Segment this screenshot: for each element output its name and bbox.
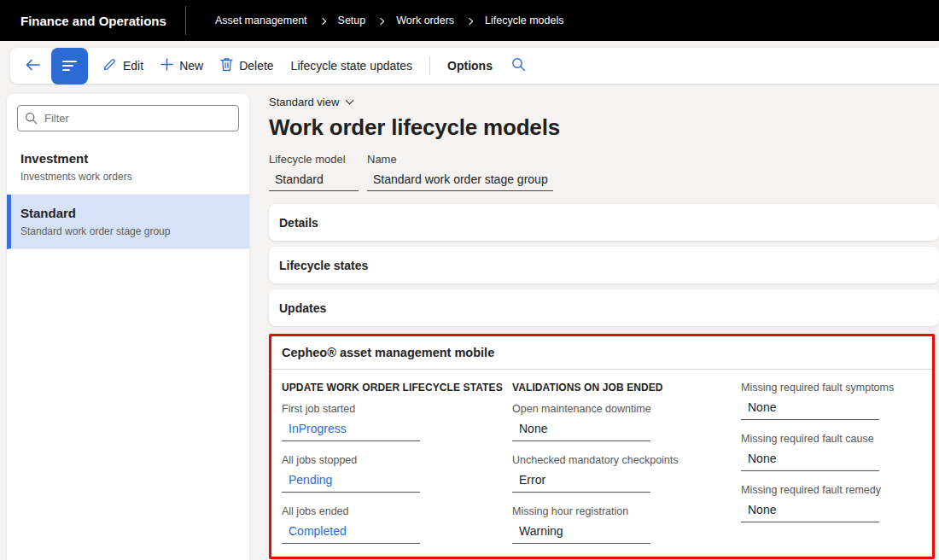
- lifecycle-model-field: Lifecycle model Standard: [269, 153, 359, 191]
- section-lifecycle-states-label: Lifecycle states: [279, 259, 368, 272]
- name-field: Name Standard work order stage group: [367, 153, 553, 191]
- first-job-started-label: First job started: [282, 403, 512, 415]
- missing-required-fault-cause-value[interactable]: None: [741, 452, 879, 471]
- section-cepheo-body: UPDATE WORK ORDER LIFECYCLE STATES First…: [271, 370, 932, 557]
- section-lifecycle-states[interactable]: Lifecycle states: [269, 247, 939, 283]
- edit-label: Edit: [123, 59, 143, 73]
- chevron-right-icon: [318, 17, 325, 24]
- new-button[interactable]: New: [152, 48, 212, 84]
- breadcrumb-asset-management[interactable]: Asset management: [215, 15, 307, 26]
- first-job-started-field: First job started InProgress: [282, 403, 512, 441]
- section-cepheo-title: Cepheo® asset management mobile: [282, 346, 494, 359]
- unchecked-mandatory-checkpoints-field: Unchecked mandatory checkpoints Error: [512, 454, 741, 493]
- all-jobs-ended-label: All jobs ended: [282, 505, 512, 517]
- missing-required-fault-remedy-label: Missing required fault remedy: [741, 484, 922, 496]
- breadcrumb-setup[interactable]: Setup: [338, 15, 366, 26]
- app-bar-divider: [185, 6, 186, 35]
- filter-input[interactable]: [17, 105, 239, 131]
- section-details[interactable]: Details: [269, 204, 939, 241]
- menu-icon: [62, 61, 77, 62]
- filter-search-icon: [25, 112, 38, 128]
- list-item-subtitle: Standard work order stage group: [20, 225, 236, 237]
- missing-hour-registration-label: Missing hour registration: [512, 505, 741, 517]
- app-title[interactable]: Finance and Operations: [20, 14, 166, 28]
- chevron-right-icon: [466, 17, 473, 24]
- main-content: Standard view Work order lifecycle model…: [269, 94, 939, 560]
- pencil-icon: [102, 57, 117, 74]
- list-item-subtitle: Investments work orders: [20, 171, 236, 183]
- column-validations-on-job-ended: VALIDATIONS ON JOB ENDED Open maintenanc…: [512, 382, 741, 557]
- page-title: Work order lifecycle models: [269, 114, 939, 141]
- missing-required-fault-cause-field: Missing required fault cause None: [741, 433, 922, 471]
- back-button[interactable]: [17, 48, 49, 84]
- section-updates[interactable]: Updates: [269, 289, 939, 326]
- all-jobs-stopped-label: All jobs stopped: [282, 454, 512, 466]
- group-header-update-lifecycle-states: UPDATE WORK ORDER LIFECYCLE STATES: [282, 382, 512, 394]
- app-bar: Finance and Operations Asset management …: [0, 0, 939, 41]
- group-header-validations-on-job-ended: VALIDATIONS ON JOB ENDED: [512, 382, 741, 394]
- unchecked-mandatory-checkpoints-value[interactable]: Error: [512, 473, 650, 493]
- open-maintenance-downtime-label: Open maintenance downtime: [512, 403, 741, 415]
- all-jobs-ended-field: All jobs ended Completed: [282, 505, 512, 544]
- all-jobs-ended-value[interactable]: Completed: [282, 524, 420, 544]
- missing-required-fault-cause-label: Missing required fault cause: [741, 433, 922, 445]
- missing-required-fault-remedy-value[interactable]: None: [741, 503, 879, 522]
- action-toolbar: Edit New Delete Lifecycle state updates …: [10, 48, 939, 84]
- section-cepheo-header[interactable]: Cepheo® asset management mobile: [271, 336, 932, 370]
- all-jobs-stopped-value[interactable]: Pending: [282, 473, 420, 493]
- column-missing-required-faults: Missing required fault symptoms None Mis…: [741, 382, 922, 557]
- chevron-right-icon: [377, 17, 384, 24]
- list-item-investment[interactable]: Investment Investments work orders: [7, 140, 249, 195]
- filter-box: [17, 105, 239, 131]
- name-value[interactable]: Standard work order stage group: [367, 172, 553, 191]
- section-cepheo-highlighted: Cepheo® asset management mobile UPDATE W…: [269, 334, 935, 559]
- delete-label: Delete: [239, 59, 273, 73]
- breadcrumb-work-orders[interactable]: Work orders: [396, 15, 454, 26]
- list-item-standard[interactable]: Standard Standard work order stage group: [7, 195, 249, 249]
- all-jobs-stopped-field: All jobs stopped Pending: [282, 454, 512, 493]
- options-label: Options: [447, 59, 493, 73]
- section-cards: Details Lifecycle states Updates Cepheo®…: [269, 204, 939, 559]
- navigation-menu-button[interactable]: [51, 48, 88, 85]
- back-arrow-icon: [25, 58, 41, 74]
- search-icon: [511, 57, 526, 74]
- missing-required-fault-symptoms-label: Missing required fault symptoms: [741, 382, 922, 394]
- missing-required-fault-symptoms-field: Missing required fault symptoms None: [741, 382, 922, 420]
- chevron-down-icon: [346, 96, 354, 105]
- lifecycle-state-updates-button[interactable]: Lifecycle state updates: [283, 48, 421, 84]
- missing-hour-registration-field: Missing hour registration Warning: [512, 505, 741, 544]
- delete-button[interactable]: Delete: [212, 48, 282, 84]
- plus-icon: [160, 58, 173, 73]
- unchecked-mandatory-checkpoints-label: Unchecked mandatory checkpoints: [512, 454, 741, 466]
- list-item-title: Investment: [20, 151, 236, 166]
- toolbar-search-button[interactable]: [501, 48, 536, 84]
- new-label: New: [179, 59, 203, 73]
- name-label: Name: [367, 153, 553, 166]
- lifecycle-model-label: Lifecycle model: [269, 153, 359, 166]
- open-maintenance-downtime-field: Open maintenance downtime None: [512, 403, 741, 441]
- lifecycle-state-updates-label: Lifecycle state updates: [291, 59, 412, 73]
- trash-icon: [220, 57, 233, 74]
- section-updates-label: Updates: [279, 301, 326, 315]
- missing-required-fault-remedy-field: Missing required fault remedy None: [741, 484, 922, 522]
- toolbar-divider: [429, 56, 430, 75]
- header-fields: Lifecycle model Standard Name Standard w…: [269, 153, 939, 191]
- view-selector[interactable]: Standard view: [269, 96, 353, 108]
- first-job-started-value[interactable]: InProgress: [282, 422, 420, 441]
- open-maintenance-downtime-value[interactable]: None: [512, 422, 650, 441]
- view-selector-label: Standard view: [269, 96, 339, 108]
- toolbar-zone: Edit New Delete Lifecycle state updates …: [0, 41, 939, 94]
- missing-hour-registration-value[interactable]: Warning: [512, 524, 650, 544]
- section-details-label: Details: [279, 216, 318, 230]
- lifecycle-model-value[interactable]: Standard: [269, 172, 359, 191]
- options-button[interactable]: Options: [439, 48, 501, 84]
- breadcrumb: Asset management Setup Work orders Lifec…: [215, 15, 564, 26]
- list-item-title: Standard: [20, 206, 236, 220]
- edit-button[interactable]: Edit: [94, 48, 152, 84]
- column-update-lifecycle-states: UPDATE WORK ORDER LIFECYCLE STATES First…: [282, 382, 512, 557]
- breadcrumb-lifecycle-models[interactable]: Lifecycle models: [485, 15, 563, 26]
- record-list-panel: Investment Investments work orders Stand…: [7, 94, 249, 560]
- missing-required-fault-symptoms-value[interactable]: None: [741, 400, 879, 420]
